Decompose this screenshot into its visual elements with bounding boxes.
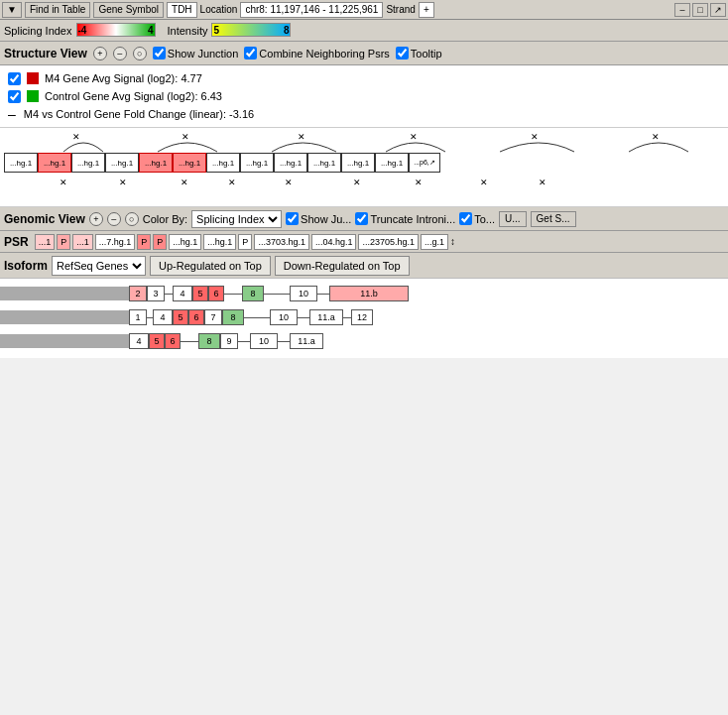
combine-neighboring-checkbox[interactable]: Combine Neighboring Psrs: [244, 47, 389, 60]
exon-box: ...hg.1: [274, 153, 307, 173]
top-toolbar: ▼ Find in Table Gene Symbol TDH Location…: [0, 0, 728, 20]
psr-chip[interactable]: ...7.hg.1: [95, 234, 136, 250]
exon-seg: 6: [208, 286, 224, 301]
dropdown-btn[interactable]: ▼: [2, 2, 22, 18]
m4-signal-row: M4 Gene Avg Signal (log2): 4.77: [8, 69, 720, 87]
exon-seg: 10: [290, 286, 317, 301]
show-junctions-checkbox[interactable]: Show Ju...: [286, 212, 351, 225]
restore-btn[interactable]: ↗: [710, 3, 726, 17]
exon-seg: 4: [173, 286, 192, 301]
up-regulated-btn[interactable]: Up-Regulated on Top: [150, 256, 271, 276]
exon-seg: 4: [153, 309, 173, 325]
strand-label: Strand: [386, 4, 415, 15]
bottom-markers: ✕ ✕ ✕ ✕ ✕ ✕ ✕ ✕ ✕: [4, 175, 718, 188]
exon-box: ...hg.1: [4, 153, 38, 173]
psr-scroll-btn[interactable]: ↕: [450, 236, 455, 247]
m4-signal-checkbox[interactable]: [8, 72, 21, 85]
psr-chip[interactable]: ...04.hg.1: [311, 234, 357, 250]
zoom-in-icon[interactable]: +: [93, 47, 107, 60]
genomic-zoom-out-icon[interactable]: –: [107, 212, 121, 226]
exon-seg: 10: [250, 333, 278, 349]
tooltip-checkbox[interactable]: Tooltip: [396, 47, 442, 60]
isoform-select[interactable]: RefSeq Genes: [52, 256, 146, 276]
splicing-index-min: -4: [78, 25, 87, 36]
exon-seg: 8: [198, 333, 220, 349]
splicing-index-label: Splicing Index: [4, 25, 72, 37]
control-signal-checkbox[interactable]: [8, 90, 21, 103]
find-in-table-btn[interactable]: Find in Table: [25, 2, 91, 18]
svg-text:✕: ✕: [531, 132, 539, 142]
svg-text:✕: ✕: [119, 178, 127, 187]
fold-change-row: – M4 vs Control Gene Fold Change (linear…: [8, 105, 720, 123]
psr-chip[interactable]: ...23705.hg.1: [358, 234, 419, 250]
connector: [343, 317, 351, 318]
connector: [165, 294, 173, 295]
zoom-out-icon[interactable]: –: [113, 47, 127, 60]
genomic-zoom-in-icon[interactable]: +: [89, 212, 103, 226]
exon-seg: 1: [129, 309, 147, 325]
gene-value: TDH: [167, 2, 197, 18]
psr-area: PSR ...1 P ...1 ...7.hg.1 P P ...hg.1 ..…: [0, 231, 728, 253]
transcript-bar-3: [0, 334, 129, 348]
svg-text:✕: ✕: [415, 178, 423, 187]
structure-view-title: Structure View: [4, 47, 87, 60]
psr-chip[interactable]: ...hg.1: [169, 234, 201, 250]
svg-text:✕: ✕: [480, 178, 488, 187]
color-by-select[interactable]: Splicing Index: [191, 210, 282, 228]
show-junction-checkbox[interactable]: Show Junction: [153, 47, 239, 60]
window-controls: – □ ↗: [674, 3, 726, 17]
gene-symbol-btn[interactable]: Gene Symbol: [93, 2, 164, 18]
exon-box: ...hg.1: [341, 153, 375, 173]
exon-seg: 5: [149, 333, 165, 349]
genomic-view-title: Genomic View: [4, 212, 85, 226]
minimize-btn[interactable]: –: [674, 3, 690, 17]
psr-chip[interactable]: ...1: [35, 234, 56, 250]
psr-chip[interactable]: ...hg.1: [203, 234, 236, 250]
transcript-exons-3: 4 5 6 8 9 10 11.a: [129, 333, 323, 349]
show-junctions-input[interactable]: [286, 212, 299, 225]
svg-text:✕: ✕: [60, 178, 67, 187]
exon-seg: 5: [173, 309, 188, 325]
psr-chip[interactable]: P: [57, 234, 70, 250]
maximize-btn[interactable]: □: [692, 3, 708, 17]
get-s-btn[interactable]: Get S...: [531, 211, 576, 227]
truncate-input[interactable]: [355, 212, 368, 225]
index-intensity-row: Splicing Index -4 4 Intensity 5 8: [0, 20, 728, 42]
intensity-max: 8: [284, 25, 290, 36]
psr-chip[interactable]: ...3703.hg.1: [254, 234, 309, 250]
connector: [317, 294, 329, 295]
u-btn[interactable]: U...: [499, 211, 527, 227]
color-by-label: Color By:: [143, 213, 187, 225]
to-checkbox[interactable]: To...: [459, 212, 495, 225]
zoom-fit-icon[interactable]: ○: [133, 47, 147, 60]
tooltip-input[interactable]: [396, 47, 409, 60]
psr-chip[interactable]: P: [238, 234, 252, 250]
exon-seg: 11.b: [329, 286, 409, 301]
svg-text:✕: ✕: [410, 132, 418, 142]
psr-chip[interactable]: ...1: [72, 234, 93, 250]
intensity-bar: 5 8: [211, 23, 291, 39]
exon-box: ...hg.1: [307, 153, 341, 173]
exon-seg: 7: [204, 309, 222, 325]
combine-neighboring-input[interactable]: [244, 47, 257, 60]
splicing-index-max: 4: [148, 25, 154, 36]
truncate-checkbox[interactable]: Truncate Introni...: [355, 212, 455, 225]
connector: [264, 294, 290, 295]
splicing-index-bar: -4 4: [76, 23, 156, 39]
svg-text:✕: ✕: [285, 178, 293, 187]
show-junction-input[interactable]: [153, 47, 166, 60]
psr-chip[interactable]: ...g.1: [421, 234, 448, 250]
psr-chip[interactable]: P: [137, 234, 151, 250]
exon-seg: 8: [222, 309, 244, 325]
svg-text:✕: ✕: [181, 178, 188, 187]
psr-chip[interactable]: P: [153, 234, 167, 250]
svg-text:✕: ✕: [539, 178, 546, 187]
down-regulated-btn[interactable]: Down-Regulated on Top: [275, 256, 410, 276]
genomic-zoom-fit-icon[interactable]: ○: [125, 212, 139, 226]
transcript-bar-2: [0, 310, 129, 324]
to-input[interactable]: [459, 212, 472, 225]
svg-text:✕: ✕: [353, 178, 361, 187]
svg-text:✕: ✕: [72, 132, 80, 142]
exon-seg: 5: [192, 286, 208, 301]
m4-color-swatch: [27, 72, 39, 84]
